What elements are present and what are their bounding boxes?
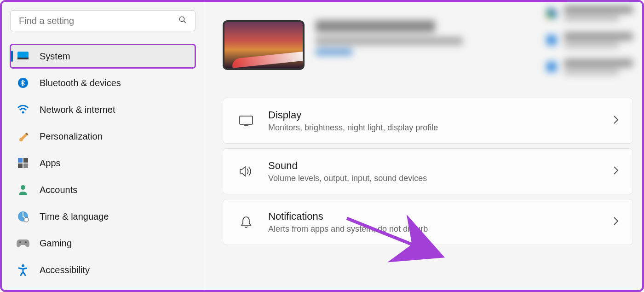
card-title: Sound xyxy=(268,160,613,172)
sidebar-item-label: Personalization xyxy=(40,131,103,142)
svg-point-10 xyxy=(21,185,25,190)
main-content: Display Monitors, brightness, night ligh… xyxy=(204,2,642,290)
card-display[interactable]: Display Monitors, brightness, night ligh… xyxy=(223,98,633,144)
accessibility-icon xyxy=(17,263,29,276)
sidebar-item-label: Gaming xyxy=(40,238,72,249)
sidebar: System Bluetooth & devices Network & int… xyxy=(2,2,204,290)
sidebar-item-accessibility[interactable]: Accessibility xyxy=(10,258,196,282)
sidebar-item-label: Bluetooth & devices xyxy=(40,78,121,88)
svg-point-0 xyxy=(179,17,184,22)
search-input[interactable] xyxy=(19,16,178,26)
right-side-blurred xyxy=(546,6,633,86)
chevron-right-icon xyxy=(613,115,619,126)
svg-rect-3 xyxy=(17,58,29,59)
search-icon xyxy=(178,16,187,26)
card-title: Display xyxy=(268,109,613,121)
svg-point-14 xyxy=(25,241,27,243)
wifi-icon xyxy=(17,103,29,116)
card-subtitle: Volume levels, output, input, sound devi… xyxy=(268,174,613,183)
settings-cards: Display Monitors, brightness, night ligh… xyxy=(223,98,633,245)
system-header xyxy=(223,20,633,70)
svg-rect-8 xyxy=(18,164,23,168)
system-icon xyxy=(17,50,29,63)
person-icon xyxy=(17,183,29,196)
sidebar-item-label: Apps xyxy=(40,158,61,169)
sound-icon xyxy=(237,166,255,177)
svg-point-12 xyxy=(24,217,29,222)
bell-icon xyxy=(237,216,255,228)
svg-rect-6 xyxy=(18,158,23,163)
gamepad-icon xyxy=(17,237,29,250)
sidebar-item-apps[interactable]: Apps xyxy=(10,151,196,175)
svg-rect-16 xyxy=(240,116,253,124)
svg-point-15 xyxy=(22,264,24,267)
nav-list: System Bluetooth & devices Network & int… xyxy=(10,44,196,282)
card-subtitle: Alerts from apps and system, do not dist… xyxy=(268,224,613,234)
chevron-right-icon xyxy=(613,166,619,177)
svg-rect-7 xyxy=(23,158,28,163)
settings-window: System Bluetooth & devices Network & int… xyxy=(0,0,644,292)
sidebar-item-label: Accessibility xyxy=(40,265,90,275)
bluetooth-icon xyxy=(17,76,29,89)
card-subtitle: Monitors, brightness, night light, displ… xyxy=(268,123,613,133)
svg-rect-9 xyxy=(23,164,28,168)
display-icon xyxy=(237,116,255,126)
card-notifications[interactable]: Notifications Alerts from apps and syste… xyxy=(223,199,633,245)
sidebar-item-time[interactable]: Time & language xyxy=(10,204,196,228)
svg-point-13 xyxy=(19,241,21,243)
card-sound[interactable]: Sound Volume levels, output, input, soun… xyxy=(223,148,633,194)
sidebar-item-network[interactable]: Network & internet xyxy=(10,98,196,122)
svg-point-5 xyxy=(22,111,24,114)
sidebar-item-system[interactable]: System xyxy=(10,44,196,68)
card-title: Notifications xyxy=(268,210,613,222)
device-info-blurred xyxy=(316,20,463,55)
sidebar-item-personalization[interactable]: Personalization xyxy=(10,124,196,148)
search-box[interactable] xyxy=(10,10,196,31)
sidebar-item-label: Time & language xyxy=(40,211,109,222)
chevron-right-icon xyxy=(613,216,619,228)
svg-line-1 xyxy=(184,21,186,23)
clock-globe-icon xyxy=(17,210,29,223)
sidebar-item-label: System xyxy=(40,51,70,62)
apps-icon xyxy=(17,157,29,169)
sidebar-item-bluetooth[interactable]: Bluetooth & devices xyxy=(10,71,196,95)
sidebar-item-label: Accounts xyxy=(40,185,77,195)
sidebar-item-label: Network & internet xyxy=(40,105,115,115)
sidebar-item-accounts[interactable]: Accounts xyxy=(10,178,196,202)
brush-icon xyxy=(17,130,29,143)
desktop-preview xyxy=(223,20,305,70)
sidebar-item-gaming[interactable]: Gaming xyxy=(10,231,196,255)
